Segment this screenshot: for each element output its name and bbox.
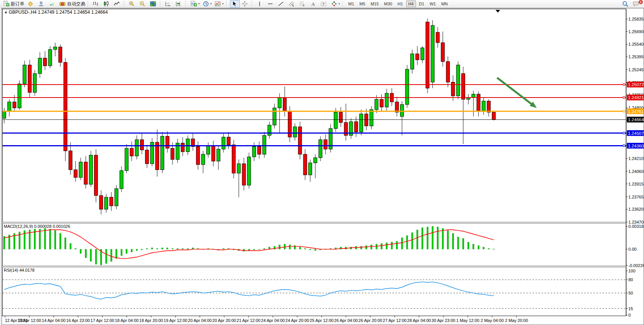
trendline-button[interactable] bbox=[277, 0, 287, 8]
periods-dropdown[interactable]: ▾ bbox=[202, 0, 213, 8]
rsi-level-lines bbox=[3, 280, 626, 308]
trend-arrow-annotation[interactable] bbox=[497, 78, 537, 108]
signals-button[interactable] bbox=[48, 0, 57, 8]
shapes-icon bbox=[331, 1, 337, 7]
horizontal-line-1.24761[interactable] bbox=[3, 110, 626, 112]
time-tick-label: 1 May 12:00 bbox=[456, 318, 480, 323]
templates-dropdown[interactable]: ▾ bbox=[214, 0, 225, 8]
horizontal-line-1.24921[interactable] bbox=[3, 96, 626, 98]
vertical-line-button[interactable] bbox=[255, 0, 265, 8]
timeframe-button-m15[interactable]: M15 bbox=[368, 0, 381, 7]
candle bbox=[462, 67, 465, 144]
panel-splitter[interactable] bbox=[2, 266, 644, 267]
timeframe-button-d1[interactable]: D1 bbox=[417, 0, 427, 7]
candle bbox=[472, 91, 475, 117]
zoom-out-icon bbox=[139, 1, 145, 7]
chevron-down-icon[interactable]: ▾ bbox=[198, 2, 200, 5]
fibonacci-button[interactable]: F bbox=[298, 0, 308, 8]
timeframe-button-m5[interactable]: M5 bbox=[357, 0, 367, 7]
text-button[interactable]: A bbox=[309, 0, 319, 8]
svg-text:0: 0 bbox=[628, 313, 631, 317]
candle bbox=[84, 156, 88, 189]
chart-shift-button[interactable] bbox=[174, 0, 184, 8]
svg-text:100: 100 bbox=[628, 269, 635, 273]
candle bbox=[201, 151, 205, 173]
candle bbox=[411, 50, 414, 74]
template-icon bbox=[215, 1, 221, 7]
horizontal-line-1.24360[interactable] bbox=[3, 145, 626, 147]
svg-text:-0.00226: -0.00226 bbox=[628, 263, 644, 268]
candle bbox=[431, 20, 434, 88]
time-axis[interactable]: 12 Apr 202313 Apr 12:0014 Apr 04:0016 Ap… bbox=[5, 316, 528, 323]
candle bbox=[89, 151, 92, 187]
timeframe-button-m1[interactable]: M1 bbox=[346, 0, 356, 7]
candle bbox=[314, 154, 317, 178]
time-tick-label: 24 Apr 20:00 bbox=[285, 318, 309, 323]
candle bbox=[446, 56, 450, 87]
candle bbox=[207, 142, 210, 158]
candle bbox=[38, 52, 41, 78]
trendline-icon bbox=[278, 1, 284, 7]
fibo-icon: F bbox=[299, 1, 305, 7]
zoom-in-button[interactable] bbox=[128, 0, 137, 8]
profile-button[interactable] bbox=[37, 0, 47, 8]
chart-canvas[interactable]: 1.258351.256901.255401.253951.252451.250… bbox=[2, 8, 644, 325]
horizontal-line-1.25072[interactable] bbox=[3, 83, 626, 85]
chevron-down-icon[interactable]: ▾ bbox=[222, 2, 224, 5]
chevron-down-icon[interactable]: ▾ bbox=[339, 2, 340, 5]
arrows-dropdown[interactable]: ▾ bbox=[330, 0, 341, 8]
metaeditor-button[interactable] bbox=[26, 0, 36, 8]
horizontal-line-button[interactable] bbox=[266, 0, 276, 8]
timeframe-button-w1[interactable]: W1 bbox=[427, 0, 438, 7]
candle bbox=[370, 106, 373, 130]
algo-icon bbox=[59, 1, 66, 7]
crosshair-icon bbox=[242, 1, 248, 7]
toolbar-separator bbox=[160, 1, 163, 7]
svg-text:T: T bbox=[322, 2, 325, 6]
clock-icon bbox=[203, 1, 209, 7]
algo-trading-button[interactable]: 自动交易 bbox=[58, 0, 86, 8]
chevron-down-icon[interactable]: ▾ bbox=[210, 2, 212, 5]
chartshift-icon bbox=[175, 1, 182, 7]
candle bbox=[135, 135, 139, 159]
timeframe-button-h4[interactable]: H4 bbox=[406, 0, 416, 7]
timeframe-button-h1[interactable]: H1 bbox=[395, 0, 405, 7]
timeframe-button-m30[interactable]: M30 bbox=[382, 0, 394, 7]
timeframe-button-mn[interactable]: MN bbox=[439, 0, 450, 7]
candle bbox=[426, 19, 429, 93]
search-button[interactable] bbox=[621, 0, 631, 8]
candle bbox=[176, 139, 179, 163]
zoom-out-button[interactable] bbox=[138, 0, 148, 8]
cursor-icon bbox=[231, 1, 237, 7]
autoscroll-icon bbox=[165, 1, 171, 7]
candles-chart-button[interactable] bbox=[102, 0, 112, 8]
candle bbox=[43, 51, 47, 70]
line-chart-button[interactable] bbox=[113, 0, 123, 8]
new-order-button[interactable]: 新订单 bbox=[2, 0, 26, 8]
price-tick-label: 1.25540 bbox=[628, 42, 644, 46]
candle bbox=[227, 132, 230, 149]
candle bbox=[237, 159, 241, 197]
crosshair-button[interactable] bbox=[241, 0, 250, 8]
text-label-button[interactable]: T bbox=[319, 0, 329, 8]
equidistant-channel-button[interactable]: E bbox=[287, 0, 297, 8]
candle bbox=[329, 124, 332, 152]
price-level-label: 1.24664 bbox=[627, 117, 644, 122]
candle bbox=[115, 185, 118, 209]
new-chart-dropdown[interactable]: ▾ bbox=[189, 0, 201, 8]
horizontal-line-1.24507[interactable] bbox=[3, 132, 626, 134]
toolbar-separator bbox=[124, 1, 126, 7]
time-tick-label: 14 Apr 04:00 bbox=[42, 318, 65, 323]
candle bbox=[191, 134, 194, 151]
svg-text:1.24507: 1.24507 bbox=[628, 131, 644, 136]
panel-splitter[interactable] bbox=[2, 222, 644, 223]
chat-button[interactable]: 1 bbox=[631, 0, 641, 8]
chart-shift-marker-icon[interactable] bbox=[496, 10, 500, 13]
cursor-button[interactable] bbox=[230, 0, 240, 8]
svg-text:1.24360: 1.24360 bbox=[628, 144, 644, 148]
candle bbox=[416, 46, 419, 65]
svg-text:0.003181: 0.003181 bbox=[628, 224, 644, 229]
bars-chart-button[interactable] bbox=[91, 0, 101, 8]
auto-scroll-button[interactable] bbox=[164, 0, 174, 8]
tile-windows-button[interactable] bbox=[149, 0, 159, 8]
